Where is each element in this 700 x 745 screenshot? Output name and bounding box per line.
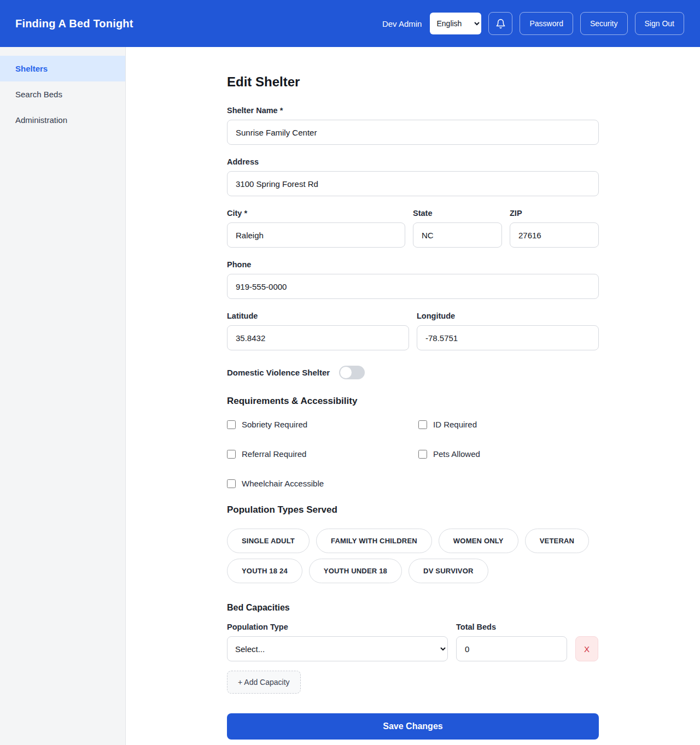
sidebar-item-search-beds[interactable]: Search Beds [0,81,125,107]
state-label: State [413,209,502,218]
checkbox-label: Sobriety Required [242,420,307,429]
checkbox-label: ID Required [433,420,477,429]
dv-shelter-toggle[interactable] [339,366,365,379]
main-content: Edit Shelter Shelter Name * Address City… [126,47,700,745]
city-field[interactable] [227,222,405,248]
referral-required-checkbox[interactable] [227,450,236,459]
populations-heading: Population Types Served [227,505,599,515]
pill-family-with-children[interactable]: FAMILY WITH CHILDREN [316,529,432,553]
capacity-row: Population Type Select... Total Beds X [227,623,599,661]
security-button[interactable]: Security [580,12,628,35]
pill-youth-under-18[interactable]: YOUTH UNDER 18 [309,559,402,583]
address-label: Address [227,157,599,166]
password-button[interactable]: Password [520,12,573,35]
requirements-checkbox-grid: Sobriety Required ID Required Referral R… [227,420,599,488]
longitude-field[interactable] [417,325,599,350]
checkbox-sobriety-required[interactable]: Sobriety Required [227,420,407,429]
pill-veteran[interactable]: VETERAN [525,529,590,553]
shelter-name-field[interactable] [227,120,599,145]
checkbox-label: Referral Required [242,449,306,459]
bell-icon [495,19,506,29]
zip-field[interactable] [510,222,599,248]
app-brand: Finding A Bed Tonight [15,17,133,30]
checkbox-wheelchair-accessible[interactable]: Wheelchair Accessible [227,479,407,488]
notifications-button[interactable] [488,12,512,35]
pets-allowed-checkbox[interactable] [418,450,427,459]
latitude-field[interactable] [227,325,409,350]
phone-label: Phone [227,260,599,269]
language-select[interactable]: English [430,13,481,34]
zip-label: ZIP [510,209,599,218]
total-beds-field[interactable] [456,636,567,661]
add-capacity-button[interactable]: + Add Capacity [227,671,301,694]
population-pills: SINGLE ADULT FAMILY WITH CHILDREN WOMEN … [227,529,599,583]
state-field[interactable] [413,222,502,248]
save-changes-button[interactable]: Save Changes [227,713,599,740]
phone-field[interactable] [227,274,599,299]
requirements-heading: Requirements & Accessibility [227,396,599,407]
address-field[interactable] [227,171,599,196]
checkbox-label: Wheelchair Accessible [242,479,324,488]
checkbox-referral-required[interactable]: Referral Required [227,449,407,459]
bed-capacities-heading: Bed Capacities [227,603,599,613]
latitude-label: Latitude [227,312,409,320]
sidebar-item-shelters[interactable]: Shelters [0,56,125,81]
toggle-knob [340,367,352,378]
dv-shelter-toggle-label: Domestic Violence Shelter [227,368,330,377]
pill-youth-18-24[interactable]: YOUTH 18 24 [227,559,302,583]
page-title: Edit Shelter [227,74,599,90]
sidebar-item-administration[interactable]: Administration [0,107,125,133]
sobriety-required-checkbox[interactable] [227,420,236,429]
pill-dv-survivor[interactable]: DV SURVIVOR [409,559,488,583]
checkbox-label: Pets Allowed [433,449,480,459]
city-label: City * [227,209,405,218]
top-bar: Finding A Bed Tonight Dev Admin English … [0,0,700,47]
longitude-label: Longitude [417,312,599,320]
user-name: Dev Admin [382,19,422,28]
sign-out-button[interactable]: Sign Out [635,12,684,35]
population-type-select[interactable]: Select... [227,636,448,661]
top-bar-actions: Dev Admin English Password Security Sign… [382,12,684,35]
pill-women-only[interactable]: WOMEN ONLY [439,529,518,553]
pill-single-adult[interactable]: SINGLE ADULT [227,529,310,553]
total-beds-label: Total Beds [456,623,567,631]
id-required-checkbox[interactable] [418,420,427,429]
sidebar-nav: Shelters Search Beds Administration [0,47,126,745]
checkbox-id-required[interactable]: ID Required [418,420,599,429]
shelter-name-label: Shelter Name * [227,106,599,115]
edit-shelter-form: Edit Shelter Shelter Name * Address City… [227,74,599,740]
checkbox-pets-allowed[interactable]: Pets Allowed [418,449,599,459]
population-type-label: Population Type [227,623,448,631]
remove-capacity-button[interactable]: X [575,636,598,661]
wheelchair-accessible-checkbox[interactable] [227,479,236,488]
